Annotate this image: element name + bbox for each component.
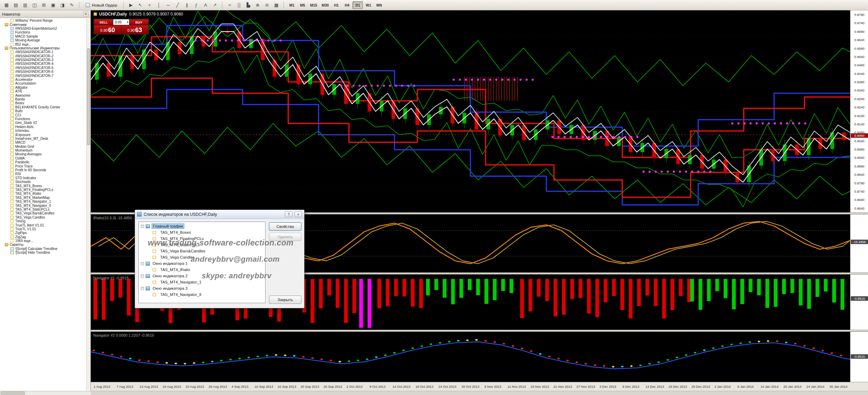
close-icon[interactable]: × [83, 11, 88, 17]
timeframe-mn[interactable]: MN [374, 1, 384, 9]
dialog-indicator-item[interactable]: TAS_MT4_Navigator_II [139, 291, 265, 298]
navigator-item[interactable]: STD Indicator [0, 176, 86, 180]
navigator-item[interactable]: Gen_Starb V2 [0, 121, 86, 125]
navigator-item[interactable]: TAS_Vega Bars&Candles [0, 211, 86, 215]
navigator2-indicator-window[interactable]: Navigator #2 0.0000 1.2207 -0.9515 [91, 332, 850, 382]
tile-windows-icon[interactable]: ▩ [272, 1, 281, 9]
navigator-item[interactable]: TAS_MT4_FloatingPCLs [0, 188, 86, 192]
main-chart-canvas[interactable] [91, 10, 850, 212]
buy-price-button[interactable]: 0.90 63 [122, 25, 148, 34]
cursor-icon[interactable]: ↖ [136, 1, 145, 9]
navigator-item[interactable]: BELKHAYATE Gravity Center [0, 105, 86, 109]
dialog-tree-window-row[interactable]: −Окно индикатора 3 [139, 285, 265, 291]
main-chart-window[interactable]: USDCHF,Daily 0.9025 0.9079 0.9007 0.9060… [91, 10, 850, 212]
timeframe-w1[interactable]: W1 [363, 1, 374, 9]
data-window-icon[interactable]: ◫ [30, 1, 39, 9]
navigator-item[interactable]: #WSS943!INDICATOR-1 [0, 50, 86, 54]
navigator-item[interactable]: ATR [0, 89, 86, 93]
timeframe-h4[interactable]: H4 [342, 1, 352, 9]
window-separator[interactable] [91, 330, 868, 332]
sell-price-button[interactable]: 0.90 60 [94, 25, 121, 34]
strategy-tester-icon[interactable]: ◨ [58, 1, 67, 9]
navigator-item[interactable]: TAS_MT4_Navigator_II [0, 203, 86, 207]
profiles-icon[interactable]: ▤ [11, 1, 20, 9]
navigator-item[interactable]: Bears [0, 101, 86, 105]
market-watch-icon[interactable]: ▥ [21, 1, 30, 9]
timeframe-m5[interactable]: M5 [297, 1, 308, 9]
navigator-item[interactable]: Functions [0, 117, 86, 121]
navigator-item[interactable]: ZigPips [0, 231, 86, 235]
timeframe-m15[interactable]: M15 [308, 1, 319, 9]
timeframe-h1[interactable]: H1 [331, 1, 341, 9]
new-chart-icon[interactable]: ▦ [2, 1, 11, 9]
dialog-indicator-item[interactable]: TAS_MT4_Boxes [139, 229, 265, 235]
navigator-item[interactable]: Moving Average [0, 38, 86, 42]
navigator-item[interactable]: Accelerator [0, 78, 86, 81]
navigator-item[interactable]: Accumulation [0, 81, 86, 85]
navigator-item[interactable]: 852 еще... [0, 42, 86, 46]
navigator-item[interactable]: Moving Averages [0, 152, 86, 156]
fibonacci-icon[interactable]: ƒ [192, 1, 201, 9]
navigator-item[interactable]: TAS_Vega Candles [0, 215, 86, 219]
navigator-item[interactable]: #WSS943!INDICATOR-4 [0, 62, 86, 66]
navigator-item[interactable]: InstaForex_MT_Desk [0, 137, 86, 141]
horizontal-line-icon[interactable]: ─ [164, 1, 173, 9]
navigator-item[interactable]: Ichimoku [0, 129, 86, 133]
navigator-vertical-scrollbar[interactable] [86, 19, 90, 390]
dialog-titlebar[interactable]: Список индикаторов на USDCHF,Daily ? × [135, 210, 304, 219]
navigator-item[interactable]: Awesome [0, 93, 86, 97]
navigator-item[interactable]: ![Script] Hide Trendline [0, 251, 86, 254]
close-button[interactable]: Закрыть [269, 296, 301, 304]
navigator-item[interactable]: Bands [0, 97, 86, 101]
navigator-item[interactable]: ![Script] Calculate Trendline [0, 247, 86, 251]
navigator-horizontal-scrollbar[interactable] [0, 391, 91, 395]
volume-down-icon[interactable]: ▼ [127, 22, 128, 23]
navigator-item[interactable]: iExposure [0, 133, 86, 136]
zoom-in-icon[interactable]: ⊕ [253, 1, 262, 9]
navigator-item[interactable]: Bulls [0, 109, 86, 113]
navigator-item[interactable]: Momentum [0, 148, 86, 152]
scrollbar-thumb[interactable] [1, 392, 25, 395]
navigator-item[interactable]: Stochastic [0, 180, 86, 184]
text-icon[interactable]: A [201, 1, 210, 9]
navigator-item[interactable]: ZigZag [0, 235, 86, 239]
navigator-item[interactable]: Profit In 60 Seconds [0, 168, 86, 172]
navigator-item[interactable]: TAS_MT4_MarketMap [0, 196, 86, 200]
timeframe-m1[interactable]: M1 [287, 1, 297, 9]
dialog-indicator-item[interactable]: TAS_Vega Bars&Candles [139, 248, 265, 254]
navigator-item[interactable]: #WSS943-ExpertAdvisors2 [0, 27, 86, 30]
navigator-item[interactable]: TAS_MT4_StaticPCLs [0, 208, 86, 211]
sell-button[interactable]: SELL [94, 19, 113, 25]
navigator-item[interactable]: Скрипты [0, 243, 86, 247]
navigator-item[interactable]: Parabolic [0, 160, 86, 164]
navigator-panel-icon[interactable]: ⊞ [39, 1, 48, 9]
navigator-item[interactable]: RSI [0, 172, 86, 176]
crosshair-icon[interactable]: + [145, 1, 154, 9]
zoom-out-icon[interactable]: ⊖ [262, 1, 271, 9]
navigator-item[interactable]: TrueTL V1.01 [0, 227, 86, 231]
navigator-item[interactable]: #WSS943!INDICATOR-2 [0, 54, 86, 58]
navigator-item[interactable]: TrueTL Alert V1.01 [0, 223, 86, 227]
metaeditor-icon[interactable]: ✎ [67, 1, 76, 9]
terminal-panel-icon[interactable]: ▣ [49, 1, 58, 9]
autotrading-icon[interactable]: ▶ [126, 1, 135, 9]
navigator-item[interactable]: Heiken Ashi [0, 125, 86, 129]
navigator-item[interactable]: #WSS943!INDICATOR-5 [0, 66, 86, 70]
timeframe-d1[interactable]: D1 [353, 1, 363, 9]
navigator-item[interactable]: #WSS943!INDICATOR-3 [0, 58, 86, 62]
buy-button[interactable]: BUY [129, 19, 148, 25]
close-icon[interactable]: × [295, 211, 302, 217]
timeframe-m30[interactable]: M30 [320, 1, 331, 9]
expander-icon[interactable]: − [141, 287, 144, 290]
dialog-tree-window-row[interactable]: −Главный график [139, 223, 265, 229]
vertical-line-icon[interactable]: │ [154, 1, 163, 9]
expander-icon[interactable]: − [141, 225, 144, 228]
scrollbar-thumb[interactable] [87, 48, 90, 145]
templates-icon[interactable]: ▙ [244, 1, 253, 9]
navigator-item[interactable]: Пользовательские Индикаторы [0, 46, 86, 50]
navigator2-canvas[interactable] [91, 332, 850, 382]
expander-icon[interactable]: − [141, 262, 144, 265]
trendline-icon[interactable]: ╱ [173, 1, 182, 9]
expander-icon[interactable]: − [141, 274, 144, 278]
navigator-item[interactable]: MACD [0, 141, 86, 144]
